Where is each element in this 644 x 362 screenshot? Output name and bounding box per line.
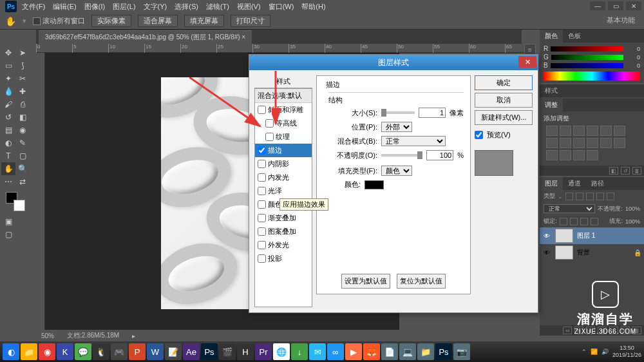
tool-edit-toolbar[interactable]: ⋯ <box>1 175 15 188</box>
menu-help[interactable]: 帮助(H) <box>301 2 325 12</box>
style-item-gradoverlay[interactable]: 渐变叠加 <box>255 211 312 225</box>
taskbar-icon-21[interactable]: 📄 <box>381 343 398 360</box>
tool-eraser[interactable]: ◧ <box>15 111 30 124</box>
set-default-button[interactable]: 设置为默认值 <box>341 274 390 289</box>
style-check-satin[interactable] <box>258 187 266 195</box>
style-check-gradoverlay[interactable] <box>258 214 266 222</box>
taskbar-icon-19[interactable]: ▶ <box>345 343 362 360</box>
menu-window[interactable]: 窗口(W) <box>269 2 294 12</box>
taskbar-icon-11[interactable]: Ps <box>201 343 218 360</box>
tool-hand[interactable]: ✋ <box>1 162 15 175</box>
taskbar-icon-25[interactable]: 📷 <box>453 343 470 360</box>
lock-trans-icon[interactable] <box>560 218 567 225</box>
style-check-stroke[interactable] <box>258 146 266 155</box>
tool-crop[interactable]: ✂ <box>15 72 30 85</box>
tool-swap[interactable]: ⇄ <box>15 175 30 188</box>
style-check-innerglow[interactable] <box>258 173 266 182</box>
taskbar-icon-4[interactable]: 💬 <box>75 343 91 360</box>
style-blend-default[interactable]: 混合选项:默认 <box>255 89 312 103</box>
tool-eyedrop[interactable]: 💧 <box>1 85 15 98</box>
taskbar-icon-10[interactable]: Ae <box>183 343 200 360</box>
opt-actual-pixels[interactable]: 实际像素 <box>91 15 131 27</box>
stroke-color-swatch[interactable] <box>365 180 384 189</box>
tool-brush[interactable]: 🖌 <box>1 98 15 111</box>
tool-marquee[interactable]: ▭ <box>1 59 15 72</box>
win-close[interactable]: ✕ <box>626 1 641 10</box>
workspace-switcher[interactable]: 基本功能 <box>601 14 640 26</box>
taskbar-icon-22[interactable]: 💻 <box>399 343 416 360</box>
filter-smart-icon[interactable] <box>607 193 614 200</box>
filter-type-icon[interactable] <box>586 193 594 200</box>
tool-quickmask[interactable]: ▣ <box>1 215 15 228</box>
blendmode-select[interactable]: 正常 <box>381 136 446 146</box>
style-check-dropshadow[interactable] <box>258 254 266 263</box>
tab-color[interactable]: 颜色 <box>540 30 563 43</box>
filter-pixel-icon[interactable] <box>565 193 573 200</box>
filter-adj-icon[interactable] <box>576 193 583 200</box>
layer-link-icon[interactable]: ⇔ <box>563 327 572 334</box>
cancel-button[interactable]: 取消 <box>475 93 533 108</box>
status-arrow-icon[interactable]: ▸ <box>132 332 135 339</box>
filter-shape-icon[interactable] <box>596 193 604 200</box>
fill-value[interactable]: 100% <box>625 218 640 225</box>
tool-dodge[interactable]: ◐ <box>1 137 15 149</box>
tool-heal[interactable]: ✚ <box>15 85 30 98</box>
background-swatch[interactable] <box>14 200 25 211</box>
taskbar-icon-5[interactable]: 🐧 <box>93 343 109 360</box>
taskbar-icon-20[interactable]: 🦊 <box>363 343 380 360</box>
adj-levels[interactable] <box>560 126 571 136</box>
adj-trash-icon[interactable]: 🗑 <box>632 167 641 175</box>
taskbar-icon-15[interactable]: 🌐 <box>273 343 290 360</box>
adj-curves[interactable] <box>573 126 585 136</box>
taskbar-icon-0[interactable]: ◐ <box>3 343 19 360</box>
tab-paths[interactable]: 路径 <box>586 177 609 190</box>
tray-up-icon[interactable]: ⌃ <box>582 348 587 355</box>
adj-gradmap[interactable] <box>573 150 585 160</box>
dialog-titlebar[interactable]: 图层样式 ✕ <box>249 55 538 70</box>
tab-layers[interactable]: 图层 <box>540 177 563 190</box>
menu-view[interactable]: 视图(V) <box>237 2 261 12</box>
style-check-bevel[interactable] <box>258 106 266 114</box>
adj-poster[interactable] <box>546 150 558 160</box>
adj-photo[interactable] <box>573 138 585 148</box>
scroll-all-checkbox[interactable] <box>33 17 41 25</box>
tool-path-sel[interactable]: ➤ <box>15 46 30 59</box>
style-check-pattoverlay[interactable] <box>258 227 266 236</box>
tool-screenmode[interactable]: ▢ <box>1 228 15 241</box>
taskbar-icon-9[interactable]: 📝 <box>165 343 182 360</box>
layer-row-1[interactable]: 👁 图层 1 <box>540 227 644 244</box>
slider-g[interactable] <box>551 55 623 60</box>
taskbar-icon-18[interactable]: ∞ <box>327 343 344 360</box>
layer-visibility-1[interactable]: 👁 <box>542 233 551 240</box>
menu-filter[interactable]: 滤镜(T) <box>206 2 229 12</box>
lock-pos-icon[interactable] <box>580 218 588 225</box>
reset-default-button[interactable]: 复位为默认值 <box>397 274 446 289</box>
lock-all-icon[interactable] <box>591 218 598 225</box>
filltype-select[interactable]: 颜色 <box>381 166 412 176</box>
color-swatches[interactable] <box>6 192 25 211</box>
tool-type[interactable]: T <box>1 149 15 162</box>
adj-exposure[interactable] <box>587 126 598 136</box>
style-check-coloroverlay[interactable] <box>258 200 266 209</box>
style-item-innershadow[interactable]: 内阴影 <box>255 157 312 171</box>
opacity-value[interactable]: 100% <box>625 205 640 212</box>
taskbar-icon-12[interactable]: 🎬 <box>219 343 236 360</box>
taskbar-icon-6[interactable]: 🎮 <box>111 343 128 360</box>
taskbar-icon-17[interactable]: ✉ <box>309 343 326 360</box>
style-item-stroke[interactable]: 描边 <box>255 144 312 157</box>
layer-row-bg[interactable]: 👁 背景 🔒 <box>540 244 644 261</box>
dialog-close-button[interactable]: ✕ <box>518 56 536 68</box>
taskbar-icon-13[interactable]: H <box>237 343 254 360</box>
adj-bw[interactable] <box>560 138 571 148</box>
opt-print-size[interactable]: 打印尺寸 <box>231 15 270 27</box>
layer-name-bg[interactable]: 背景 <box>577 248 590 257</box>
tab-styles-panel[interactable]: 样式 <box>540 84 563 97</box>
tool-shape[interactable]: ▢ <box>15 149 30 162</box>
tool-move[interactable]: ✥ <box>1 46 15 59</box>
style-check-texture[interactable] <box>265 133 274 141</box>
ok-button[interactable]: 确定 <box>475 75 533 90</box>
tab-adjustments[interactable]: 调整 <box>540 99 563 111</box>
menu-layer[interactable]: 图层(L) <box>113 2 135 12</box>
taskbar-icon-1[interactable]: 📁 <box>21 343 37 360</box>
win-maximize[interactable]: ▭ <box>608 1 623 10</box>
